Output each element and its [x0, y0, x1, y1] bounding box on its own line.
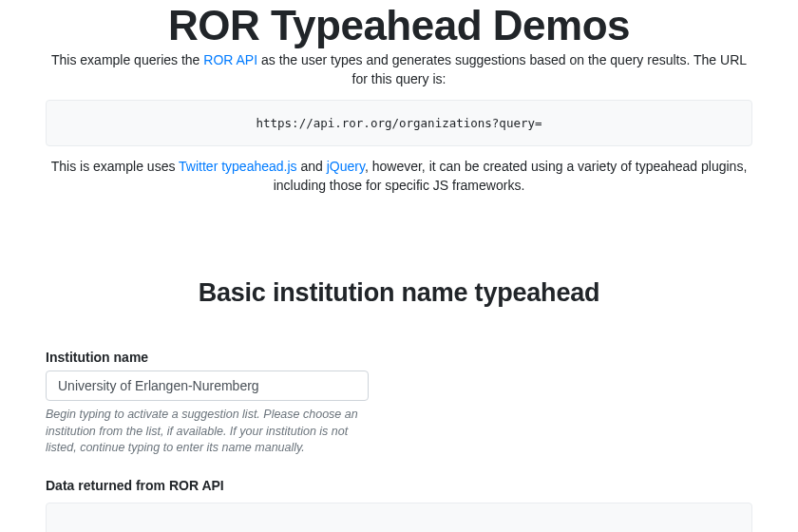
- institution-label: Institution name: [46, 350, 752, 365]
- data-returned-box: [46, 503, 752, 532]
- intro2-mid: and: [297, 159, 327, 174]
- intro-suffix: as the user types and generates suggesti…: [257, 52, 747, 86]
- section-heading: Basic institution name typeahead: [46, 278, 752, 308]
- typeahead-link[interactable]: Twitter typeahead.js: [179, 159, 297, 174]
- intro2-prefix: This is example uses: [51, 159, 179, 174]
- help-text: Begin typing to activate a suggestion li…: [46, 407, 369, 457]
- jquery-link[interactable]: jQuery: [327, 159, 365, 174]
- institution-input[interactable]: [46, 370, 369, 401]
- intro2-text: This is example uses Twitter typeahead.j…: [46, 158, 752, 195]
- ror-api-link[interactable]: ROR API: [203, 52, 257, 67]
- query-url-code: https://api.ror.org/organizations?query=: [46, 100, 752, 146]
- page-title: ROR Typeahead Demos: [46, 2, 752, 49]
- intro-text: This example queries the ROR API as the …: [46, 51, 752, 88]
- data-returned-label: Data returned from ROR API: [46, 478, 752, 493]
- intro-prefix: This example queries the: [51, 52, 203, 67]
